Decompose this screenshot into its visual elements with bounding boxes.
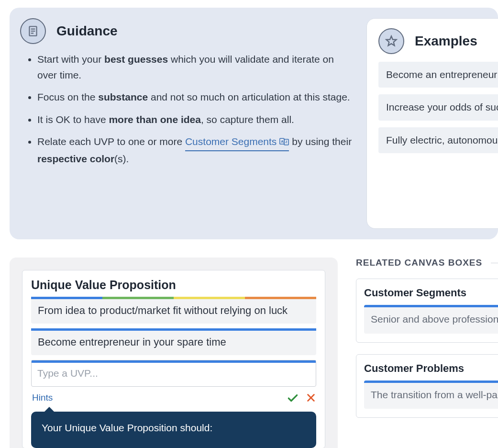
text: Relate each UVP to one or more [37, 136, 185, 147]
guidance-banner: Guidance Start with your best guesses wh… [10, 8, 498, 239]
divider [491, 263, 498, 263]
related-box-customer-problems[interactable]: Customer Problems The transition from a … [356, 354, 498, 418]
text: , so capture them all. [201, 114, 294, 125]
uvp-item[interactable]: From idea to product/market fit without … [31, 297, 316, 324]
translate-icon: A Z [279, 138, 289, 146]
uvp-item[interactable]: Become entrepreneur in your spare time [31, 328, 316, 355]
text: and not so much on articulation at this … [148, 91, 350, 102]
color-stripe [31, 328, 316, 331]
emphasis: respective color [37, 153, 114, 164]
uvp-item-text: Become entrepreneur in your spare time [38, 336, 226, 348]
guidance-item: Focus on the substance and not so much o… [37, 90, 355, 105]
guidance-header: Guidance [20, 18, 355, 44]
related-item-text: Senior and above professionals that are … [371, 314, 498, 325]
uvp-card: Unique Value Proposition From idea to pr… [22, 270, 325, 448]
related-box-customer-segments[interactable]: Customer Segments Senior and above profe… [356, 279, 498, 343]
tooltip-text: Your Unique Value Proposition should: [42, 422, 212, 433]
related-title: RELATED CANVAS BOXES [356, 258, 482, 268]
uvp-input-wrap[interactable] [31, 360, 316, 387]
uvp-input[interactable] [37, 368, 310, 379]
lower-area: Unique Value Proposition From idea to pr… [10, 258, 498, 448]
hints-link[interactable]: Hints [32, 392, 53, 403]
related-item[interactable]: Senior and above professionals that are … [364, 305, 498, 334]
examples-title: Examples [415, 34, 477, 49]
example-item[interactable]: Increase your odds of success with a str… [378, 94, 498, 120]
color-stripe [364, 381, 498, 383]
color-stripe [31, 297, 316, 299]
emphasis: substance [98, 91, 148, 102]
text: Start with your [37, 54, 104, 65]
guidance-column: Guidance Start with your best guesses wh… [20, 18, 355, 229]
related-box-title: Customer Problems [364, 362, 498, 375]
examples-column: Examples Become an entrepreneur in your … [366, 18, 498, 229]
examples-card: Examples Become an entrepreneur in your … [366, 18, 498, 229]
emphasis: more than one idea [109, 114, 201, 125]
example-item[interactable]: Become an entrepreneur in your spare tim… [378, 62, 498, 88]
cancel-icon[interactable] [306, 392, 316, 403]
guidance-list: Start with your best guesses which you w… [20, 52, 355, 167]
hints-tooltip: Your Unique Value Proposition should: [31, 412, 316, 448]
related-header: RELATED CANVAS BOXES [356, 258, 498, 268]
related-item-text: The transition from a well-paid corporat… [371, 389, 498, 400]
color-stripe [32, 360, 316, 363]
emphasis: best guesses [104, 54, 168, 65]
related-column: RELATED CANVAS BOXES Customer Segments S… [356, 258, 498, 448]
star-icon [378, 28, 404, 54]
guidance-title: Guidance [56, 23, 118, 39]
guidance-item: It is OK to have more than one idea, so … [37, 112, 355, 128]
related-box-title: Customer Segments [364, 287, 498, 299]
uvp-title: Unique Value Proposition [31, 278, 316, 292]
text: It is OK to have [37, 114, 109, 125]
hints-row: Hints [32, 392, 316, 404]
text: Focus on the [37, 91, 98, 102]
link-text: Customer Segments [185, 134, 277, 150]
guidance-item: Start with your best guesses which you w… [37, 52, 355, 83]
document-icon [20, 18, 46, 44]
text: (s). [114, 153, 129, 164]
confirm-icon[interactable] [287, 392, 299, 404]
svg-marker-8 [387, 36, 397, 46]
svg-text:Z: Z [286, 141, 288, 144]
uvp-item-text: From idea to product/market fit without … [38, 304, 288, 316]
guidance-item: Relate each UVP to one or more Customer … [37, 134, 355, 167]
related-item[interactable]: The transition from a well-paid corporat… [364, 381, 498, 409]
example-item[interactable]: Fully electric, autonomous cars that gai… [378, 127, 498, 153]
examples-header: Examples [378, 28, 498, 54]
customer-segments-link[interactable]: Customer Segments A Z [185, 134, 289, 151]
uvp-panel: Unique Value Proposition From idea to pr… [10, 258, 338, 448]
text: by using their [292, 136, 352, 147]
color-stripe [364, 305, 498, 307]
svg-text:A: A [281, 139, 284, 144]
